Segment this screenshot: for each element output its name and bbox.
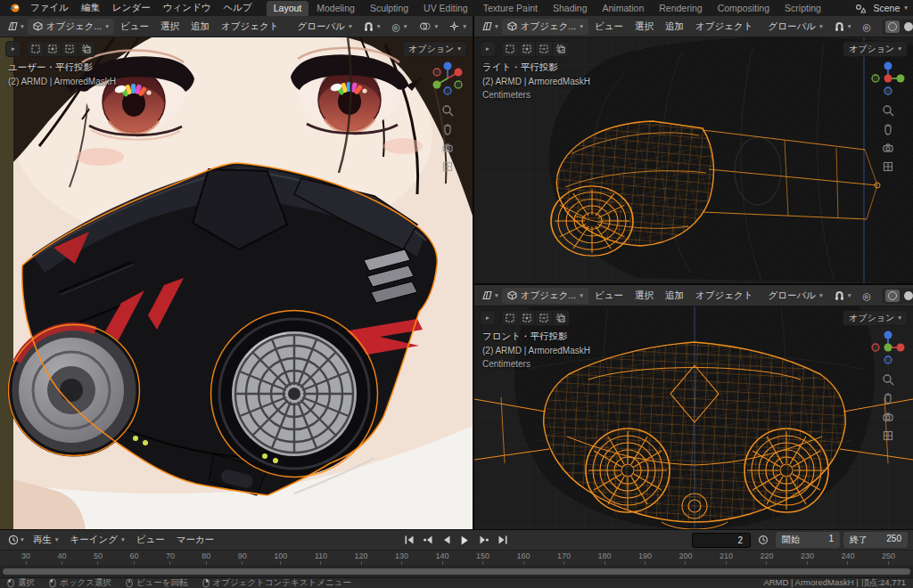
select-new-button[interactable] — [501, 310, 519, 326]
play-reverse-button[interactable] — [438, 533, 456, 547]
workspace-tab-shading[interactable]: Shading — [546, 1, 595, 16]
mode-dropdown[interactable]: オブジェク...▾ — [502, 288, 588, 304]
navigation-gizmo[interactable] — [868, 59, 908, 98]
select-new-button[interactable] — [501, 41, 519, 57]
snap-toggle[interactable]: ▾ — [358, 20, 386, 33]
pan-hand-icon[interactable] — [441, 123, 454, 135]
workspace-tab-layout[interactable]: Layout — [267, 1, 309, 16]
editor-type-button[interactable]: ▾ — [5, 533, 27, 547]
snap-toggle[interactable]: ▾ — [829, 289, 857, 302]
pan-hand-icon[interactable] — [882, 123, 894, 135]
marker-menu[interactable]: マーカー — [171, 532, 220, 548]
menu-file[interactable]: ファイル — [25, 1, 74, 15]
blender-logo-icon[interactable] — [5, 1, 23, 15]
workspace-tab-modeling[interactable]: Modeling — [309, 1, 362, 16]
ortho-grid-icon[interactable] — [882, 160, 894, 173]
zoom-icon[interactable] — [882, 373, 894, 386]
menu-object[interactable]: オブジェクト — [690, 288, 758, 304]
camera-view-icon[interactable] — [882, 142, 894, 154]
menu-add[interactable]: 追加 — [660, 288, 689, 304]
editor-type-button[interactable]: ▾ — [479, 289, 501, 302]
ortho-grid-icon[interactable] — [882, 429, 894, 442]
workspace-tab-animation[interactable]: Animation — [596, 1, 652, 16]
orientation-dropdown[interactable]: グローバル▾ — [763, 19, 828, 35]
shading-wireframe-button[interactable] — [885, 20, 900, 33]
menu-view[interactable]: ビュー — [589, 288, 629, 304]
menu-edit[interactable]: 編集 — [76, 1, 105, 15]
options-dropdown[interactable]: オプション▾ — [402, 41, 467, 57]
scene-selector[interactable]: Scene — [873, 3, 900, 13]
menu-render[interactable]: レンダー — [107, 1, 156, 15]
select-extend-button[interactable] — [519, 310, 536, 326]
select-extend-button[interactable] — [519, 41, 536, 57]
shading-wireframe-button[interactable] — [885, 290, 900, 302]
select-intersect-button[interactable] — [553, 41, 570, 57]
select-extend-button[interactable] — [45, 41, 62, 57]
workspace-tab-texture-paint[interactable]: Texture Paint — [476, 1, 545, 16]
snap-toggle[interactable]: ▾ — [829, 20, 857, 33]
workspace-tab-sculpting[interactable]: Sculpting — [363, 1, 415, 16]
options-dropdown[interactable]: オプション▾ — [843, 310, 908, 326]
toolbar-toggle-button[interactable]: ▸ — [480, 310, 496, 326]
navigation-gizmo[interactable] — [428, 59, 467, 98]
scrollbar-handle[interactable] — [3, 568, 910, 575]
ortho-grid-icon[interactable] — [441, 160, 454, 173]
3d-viewport-right[interactable]: ▸ オプション▾ ライト・平行投影 (2) ARMD | ArmoredMask… — [474, 37, 913, 283]
select-intersect-button[interactable] — [553, 310, 570, 326]
proportional-toggle[interactable]: ◎ — [858, 20, 876, 34]
zoom-icon[interactable] — [882, 104, 894, 117]
proportional-toggle[interactable]: ◎ — [858, 289, 876, 303]
orientation-dropdown[interactable]: グローバル▾ — [292, 19, 358, 35]
camera-view-icon[interactable] — [441, 142, 454, 154]
options-dropdown[interactable]: オプション▾ — [843, 41, 908, 57]
editor-type-button[interactable]: ▾ — [4, 20, 27, 33]
toolbar-toggle-button[interactable]: ▸ — [480, 41, 496, 57]
menu-add[interactable]: 追加 — [660, 19, 689, 35]
shading-solid-button[interactable] — [901, 20, 913, 33]
workspace-tab-rendering[interactable]: Rendering — [652, 1, 709, 16]
keying-menu[interactable]: キーイング▾ — [65, 532, 130, 548]
select-intersect-button[interactable] — [78, 41, 95, 57]
3d-viewport-main[interactable]: ▸ オプション▾ ユーザー・平行投影 (2) ARMD | ArmoredMas… — [0, 37, 473, 529]
menu-add[interactable]: 追加 — [185, 19, 215, 35]
shading-solid-button[interactable] — [901, 290, 913, 302]
jump-to-end-button[interactable] — [494, 533, 512, 547]
select-subtract-button[interactable] — [62, 41, 78, 57]
menu-view[interactable]: ビュー — [115, 19, 154, 35]
select-new-button[interactable] — [27, 41, 45, 57]
overlays-toggle[interactable]: ▾ — [414, 20, 443, 33]
orientation-dropdown[interactable]: グローバル▾ — [763, 288, 828, 304]
menu-select[interactable]: 選択 — [629, 19, 659, 35]
next-keyframe-button[interactable] — [475, 533, 493, 547]
menu-select[interactable]: 選択 — [629, 288, 659, 304]
timeline-view-menu[interactable]: ビュー — [131, 532, 170, 548]
toolbar-toggle-button[interactable]: ▸ — [5, 41, 21, 57]
navigation-gizmo[interactable] — [868, 328, 908, 367]
mode-dropdown[interactable]: オブジェク...▾ — [28, 19, 114, 35]
playback-menu[interactable]: 再生▾ — [28, 532, 64, 548]
menu-window[interactable]: ウィンドウ — [158, 1, 217, 15]
proportional-toggle[interactable]: ◎▾ — [387, 20, 413, 34]
frame-end-field[interactable]: 終了250 — [843, 532, 908, 548]
workspace-tab-uv-editing[interactable]: UV Editing — [416, 1, 475, 16]
menu-select[interactable]: 選択 — [155, 19, 185, 35]
workspace-tab-compositing[interactable]: Compositing — [711, 1, 777, 16]
menu-help[interactable]: ヘルプ — [218, 1, 257, 15]
current-frame-field[interactable]: 2 — [692, 533, 751, 548]
workspace-tab-scripting[interactable]: Scripting — [777, 1, 828, 16]
zoom-icon[interactable] — [441, 104, 454, 117]
editor-type-button[interactable]: ▾ — [479, 20, 501, 33]
mode-dropdown[interactable]: オブジェク...▾ — [502, 19, 588, 35]
frame-start-field[interactable]: 開始1 — [776, 532, 840, 548]
menu-object[interactable]: オブジェクト — [690, 19, 758, 35]
pan-hand-icon[interactable] — [882, 392, 894, 404]
select-subtract-button[interactable] — [536, 310, 553, 326]
gizmos-toggle[interactable]: ▾ — [444, 20, 472, 33]
menu-view[interactable]: ビュー — [589, 19, 629, 35]
jump-to-start-button[interactable] — [400, 533, 418, 547]
3d-viewport-front[interactable]: ▸ オプション▾ フロント・平行投影 (2) ARMD | ArmoredMas… — [474, 306, 913, 529]
preview-range-toggle[interactable] — [754, 533, 772, 547]
play-button[interactable] — [456, 533, 474, 547]
prev-keyframe-button[interactable] — [419, 533, 437, 547]
camera-view-icon[interactable] — [882, 411, 894, 423]
